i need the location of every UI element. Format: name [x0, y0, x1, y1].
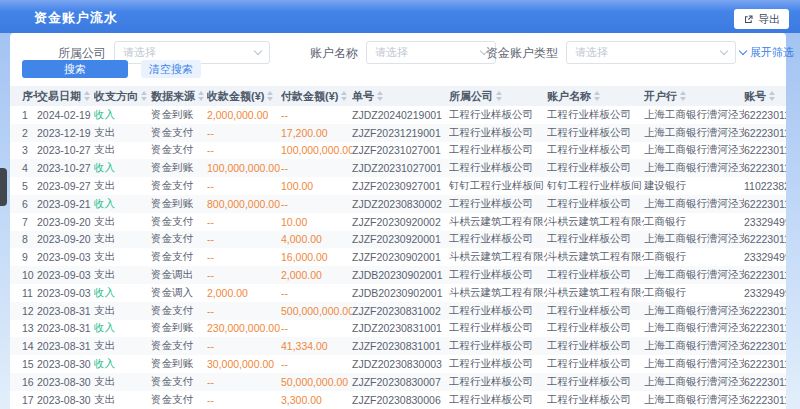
cell-income: 800,000,000.00	[207, 195, 281, 213]
cell-index: 1	[10, 106, 37, 124]
export-button[interactable]: 导出	[734, 9, 789, 29]
table-row: 122023-08-31支出资金支付--500,000,000.00ZJZF20…	[10, 302, 786, 320]
cell-bank: 上海工商银行漕河泾支行	[644, 337, 744, 355]
clear-search-button[interactable]: 清空搜索	[141, 60, 201, 78]
column-header-2[interactable]: 收支方向	[94, 86, 151, 106]
cell-account-name: 工程行业样板公司	[547, 391, 644, 409]
column-header-label: 序号	[22, 89, 37, 104]
cell-bank: 上海工商银行漕河泾支行	[644, 142, 744, 160]
cell-order-no: ZJDZ20230830003	[352, 355, 449, 373]
cell-account-no: 622230111	[744, 355, 786, 373]
cell-income: --	[207, 177, 281, 195]
cell-payment: 100.00	[281, 177, 352, 195]
cell-income: 30,000,000.00	[207, 355, 281, 373]
account-type-filter-label: 资金账户类型	[474, 46, 558, 60]
table-row: 92023-09-03支出资金支付--16,000.00ZJZF20230902…	[10, 248, 786, 266]
cell-income: 2,000,000.00	[207, 106, 281, 124]
cell-bank: 建设银行	[644, 177, 744, 195]
cell-direction: 支出	[94, 302, 151, 320]
sort-icon[interactable]	[680, 91, 686, 101]
sort-icon[interactable]	[496, 91, 502, 101]
cell-direction: 支出	[94, 124, 151, 142]
company-filter-label: 所属公司	[40, 46, 106, 60]
table-row: 42023-10-27收入资金到账100,000,000.00--ZJDZ202…	[10, 159, 786, 177]
cell-source: 资金调入	[151, 284, 207, 302]
cell-date: 2023-12-19	[37, 124, 94, 142]
cell-account-name: 工程行业样板公司	[547, 302, 644, 320]
cell-account-name: 工程行业样板公司	[547, 195, 644, 213]
column-header-8[interactable]: 账户名称	[547, 86, 644, 106]
column-header-label: 收款金额(¥)	[207, 89, 264, 104]
cell-direction: 收入	[94, 159, 151, 177]
cell-source: 资金支付	[151, 231, 207, 249]
cell-date: 2023-10-27	[37, 142, 94, 160]
account-type-filter-select[interactable]: 请选择	[566, 41, 736, 64]
cell-source: 资金支付	[151, 391, 207, 409]
cell-date: 2023-09-27	[37, 177, 94, 195]
column-header-label: 单号	[352, 89, 374, 104]
sort-icon[interactable]	[341, 91, 347, 101]
table-row: 112023-09-03收入资金调入2,000.00--ZJDB20230902…	[10, 284, 786, 302]
cell-company: 工程行业样板公司	[449, 106, 547, 124]
search-button[interactable]: 搜索	[22, 60, 128, 78]
column-header-10[interactable]: 账号	[744, 86, 786, 106]
column-header-3[interactable]: 数据来源	[151, 86, 207, 106]
cell-account-name: 钉钉工程行业样板间	[547, 177, 644, 195]
column-header-5[interactable]: 付款金额(¥)	[281, 86, 352, 106]
expand-filters-link[interactable]: 展开筛选	[740, 45, 794, 60]
cell-order-no: ZJZF20230830006	[352, 391, 449, 409]
cell-source: 资金到账	[151, 355, 207, 373]
column-header-7[interactable]: 所属公司	[449, 86, 547, 106]
sort-icon[interactable]	[84, 91, 90, 101]
cell-company: 工程行业样板公司	[449, 142, 547, 160]
account-name-filter-label: 账户名称	[294, 46, 358, 60]
column-header-9[interactable]: 开户行	[644, 86, 744, 106]
cell-account-no: 622230111	[744, 231, 786, 249]
cell-direction: 支出	[94, 231, 151, 249]
page-title: 资金账户流水	[34, 9, 118, 27]
cell-date: 2023-09-20	[37, 231, 94, 249]
cell-index: 8	[10, 231, 37, 249]
cell-direction: 支出	[94, 248, 151, 266]
column-header-6[interactable]: 单号	[352, 86, 449, 106]
cell-date: 2023-08-31	[37, 302, 94, 320]
column-header-label: 交易日期	[37, 89, 81, 104]
transactions-table: 序号交易日期收支方向数据来源收款金额(¥)付款金额(¥)单号所属公司账户名称开户…	[10, 86, 786, 409]
cell-account-name: 工程行业样板公司	[547, 106, 644, 124]
cell-payment: --	[281, 106, 352, 124]
cell-payment: 17,200.00	[281, 124, 352, 142]
sort-icon[interactable]	[769, 91, 775, 101]
sort-icon[interactable]	[198, 91, 204, 101]
cell-account-no: 622230111	[744, 106, 786, 124]
cell-direction: 支出	[94, 373, 151, 391]
column-header-1[interactable]: 交易日期	[37, 86, 94, 106]
cell-income: --	[207, 373, 281, 391]
cell-account-no: 622230111	[744, 302, 786, 320]
side-handle[interactable]	[0, 168, 7, 206]
page-header-bar: 资金账户流水 导出	[0, 0, 800, 33]
cell-source: 资金支付	[151, 177, 207, 195]
cell-income: --	[207, 302, 281, 320]
cell-bank: 上海工商银行漕河泾支行	[644, 124, 744, 142]
cell-index: 11	[10, 284, 37, 302]
cell-income: --	[207, 124, 281, 142]
cell-income: --	[207, 266, 281, 284]
cell-index: 7	[10, 213, 37, 231]
table-row: 52023-09-27支出资金支付--100.00ZJZF20230927001…	[10, 177, 786, 195]
chevron-down-icon	[254, 47, 262, 55]
cell-payment: 500,000,000.00	[281, 302, 352, 320]
sort-icon[interactable]	[267, 91, 273, 101]
cell-payment: --	[281, 320, 352, 338]
cell-company: 工程行业样板公司	[449, 337, 547, 355]
sort-icon[interactable]	[377, 91, 383, 101]
cell-account-name: 斗栱云建筑工程有限公司	[547, 284, 644, 302]
sort-icon[interactable]	[141, 91, 147, 101]
cell-payment: 100,000,000.00	[281, 142, 352, 160]
cell-company: 工程行业样板公司	[449, 320, 547, 338]
cell-income: 100,000,000.00	[207, 159, 281, 177]
cell-index: 3	[10, 142, 37, 160]
sort-icon[interactable]	[594, 91, 600, 101]
cell-income: --	[207, 213, 281, 231]
column-header-4[interactable]: 收款金额(¥)	[207, 86, 281, 106]
cell-account-name: 工程行业样板公司	[547, 231, 644, 249]
